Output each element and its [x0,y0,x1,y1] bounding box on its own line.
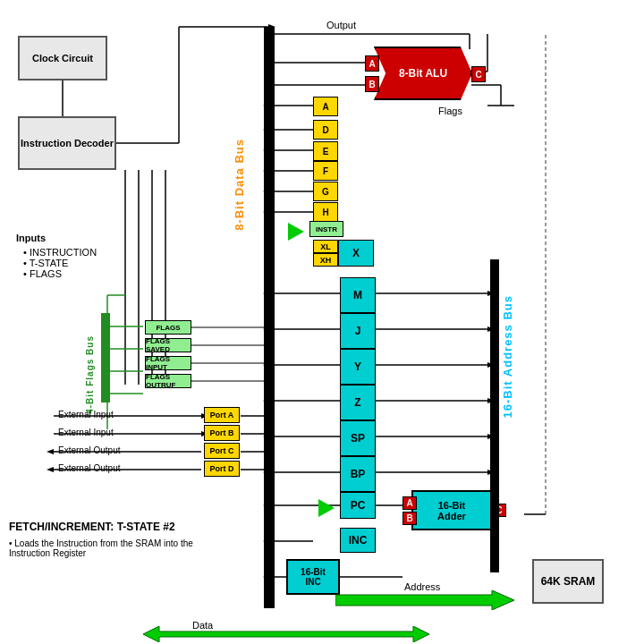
port-a-box: Port A [204,407,240,423]
main-vertical-bus [264,27,275,608]
reg-d-box: D [313,120,338,140]
adder-box: 16-BitAdder [411,490,492,530]
inc16-label: 16-BitINC [301,567,326,587]
sram-label: 64K SRAM [541,575,596,588]
reg-m-box: M [340,277,376,313]
input-item-instruction: INSTRUCTION [23,247,97,258]
flags-vertical-bus [101,313,110,402]
flags-label: Flags [438,106,462,116]
inputs-section: Inputs INSTRUCTION T-STATE FLAGS [16,233,97,279]
diagram-container: Clock Circuit Instruction Decoder Inputs… [0,0,644,644]
svg-marker-75 [47,467,54,472]
port-d-box: Port D [204,461,240,477]
reg-xh-box: XH [313,253,338,267]
reg-xl-box: XL [313,240,338,253]
flags-saved-box: FLAGS SAVED [145,338,191,352]
fetch-title: FETCH/INCREMENT: T-STATE #2 [9,521,197,533]
address-bus-label: 16-Bit Address Bus [501,295,514,418]
pc-green-arrow [318,499,335,517]
output-label: Output [326,20,356,30]
flags-output-box: FLAGS OUTRUF [145,374,191,388]
alu-a-input: A [365,55,379,72]
alu-c-output: C [471,66,486,82]
instruction-decoder-box: Instruction Decoder [18,116,116,170]
fetch-description: Loads the Instruction from the SRAM into… [9,538,197,558]
reg-pc-box: PC [340,492,376,519]
ext-label-2: External Input [58,428,114,437]
data-bus-label: 8-Bit Data Bus [233,139,246,231]
reg-bp-box: BP [340,456,376,492]
fetch-section: FETCH/INCREMENT: T-STATE #2 Loads the In… [9,521,197,558]
reg-inc-box: INC [340,528,376,553]
reg-h-box: H [313,202,338,222]
svg-marker-88 [335,590,514,610]
reg-a-box: A [313,97,338,116]
ext-label-4: External Output [58,463,120,473]
adder-b-input: B [402,512,417,525]
reg-sp-box: SP [340,420,376,456]
inc16-box: 16-BitINC [286,559,340,595]
data-arrow-svg [143,626,429,642]
flags-reg-box: FLAGS [145,320,191,335]
instr-green-arrow [288,223,304,241]
reg-z-box: Z [340,385,376,420]
port-c-box: Port C [204,443,240,459]
inputs-list: INSTRUCTION T-STATE FLAGS [16,247,97,279]
clock-circuit-box: Clock Circuit [18,36,107,80]
reg-x-box: X [338,240,374,267]
port-b-box: Port B [204,425,240,441]
reg-f-box: F [313,161,338,181]
alu-box: 8-Bit ALU [374,47,472,100]
address-arrow-svg [335,590,514,610]
alu-label: 8-Bit ALU [399,67,447,80]
input-item-flags: FLAGS [23,268,97,279]
flags-bus-label: 4-Bit Flags Bus [85,335,95,414]
reg-y-box: Y [340,349,376,385]
adder-label: 16-BitAdder [437,500,466,521]
flags-input-box: FLAGS INPUT [145,356,191,370]
sram-box: 64K SRAM [532,559,604,604]
input-item-tstate: T-STATE [23,258,97,268]
adder-a-input: A [402,496,417,510]
alu-b-input: B [365,76,379,92]
inputs-title: Inputs [16,233,97,243]
reg-g-box: G [313,182,338,201]
svg-marker-89 [143,626,429,642]
ext-label-1: External Input [58,410,114,419]
instruction-decoder-label: Instruction Decoder [21,138,114,148]
svg-marker-73 [47,449,54,454]
address-bus-vertical [490,259,499,572]
reg-instr-box: INSTR [309,221,343,237]
ext-label-3: External Output [58,445,120,455]
reg-j-box: J [340,313,376,349]
reg-e-box: E [313,141,338,161]
clock-circuit-label: Clock Circuit [32,53,93,64]
